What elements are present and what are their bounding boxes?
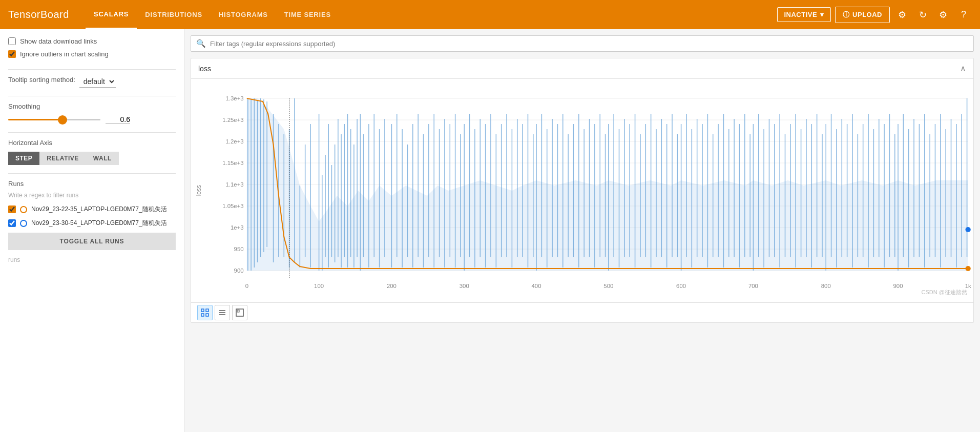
nav-histograms[interactable]: HISTOGRAMS xyxy=(211,0,276,29)
chart-svg: 1.3e+3 1.25e+3 1.2e+3 1.15e+3 1.1e+3 1.0… xyxy=(204,83,973,298)
chart-body: loss xyxy=(191,79,973,302)
run-2-checkbox[interactable] xyxy=(8,219,16,227)
main-layout: Show data download links Ignore outliers… xyxy=(0,29,980,432)
nav-distributions[interactable]: DISTRIBUTIONS xyxy=(137,0,211,29)
run-2-label: Nov29_23-30-54_LAPTOP-LGED0M77_随机失活 xyxy=(31,219,167,228)
run-1-label: Nov29_23-22-35_LAPTOP-LGED0M77_随机失活 xyxy=(31,205,167,214)
svg-text:950: 950 xyxy=(234,246,244,252)
divider-1 xyxy=(8,69,176,70)
show-download-option: Show data download links xyxy=(8,37,176,45)
top-navigation: TensorBoard SCALARS DISTRIBUTIONS HISTOG… xyxy=(0,0,980,29)
svg-text:1.1e+3: 1.1e+3 xyxy=(225,181,243,188)
settings-icon-2[interactable]: ⚙ xyxy=(935,7,951,23)
nav-time-series[interactable]: TIME SERIES xyxy=(276,0,339,29)
collapse-button[interactable]: ∧ xyxy=(960,64,966,73)
smoothing-value-input[interactable] xyxy=(106,115,130,124)
list-view-button[interactable] xyxy=(215,305,230,320)
watermark: CSDN @征途踏然 xyxy=(922,289,967,296)
help-icon[interactable]: ? xyxy=(955,7,972,23)
svg-text:900: 900 xyxy=(893,283,903,289)
svg-text:1.05e+3: 1.05e+3 xyxy=(222,203,243,209)
info-icon: ⓘ xyxy=(843,10,850,19)
svg-text:0: 0 xyxy=(245,283,248,289)
run-item-2: Nov29_23-30-54_LAPTOP-LGED0M77_随机失活 xyxy=(8,219,176,228)
haxis-step-button[interactable]: STEP xyxy=(8,152,39,165)
svg-text:400: 400 xyxy=(532,283,541,289)
svg-text:600: 600 xyxy=(676,283,686,289)
haxis-buttons: STEP RELATIVE WALL xyxy=(8,152,176,165)
svg-text:700: 700 xyxy=(748,283,758,289)
svg-point-177 xyxy=(965,266,970,271)
smoothing-label: Smoothing xyxy=(8,102,176,110)
filter-input[interactable] xyxy=(210,40,968,48)
svg-text:800: 800 xyxy=(821,283,831,289)
settings-icon-1[interactable]: ⚙ xyxy=(894,7,910,23)
fit-screen-button[interactable] xyxy=(197,305,213,320)
refresh-icon[interactable]: ↻ xyxy=(914,7,931,23)
tooltip-select[interactable]: default xyxy=(79,76,116,88)
chart-y-label: loss xyxy=(195,185,202,196)
haxis-wall-button[interactable]: WALL xyxy=(86,152,119,165)
run-1-checkbox[interactable] xyxy=(8,205,16,213)
search-icon: 🔍 xyxy=(196,39,206,48)
svg-text:1.15e+3: 1.15e+3 xyxy=(222,160,243,166)
ignore-outliers-checkbox[interactable] xyxy=(8,50,16,58)
nav-scalars[interactable]: SCALARS xyxy=(86,0,137,29)
run-1-color xyxy=(20,206,27,213)
runs-footer: runs xyxy=(8,256,176,263)
svg-text:100: 100 xyxy=(314,283,324,289)
toggle-all-button[interactable]: TOGGLE ALL RUNS xyxy=(8,233,176,250)
run-item-1: Nov29_23-22-35_LAPTOP-LGED0M77_随机失活 xyxy=(8,205,176,214)
svg-rect-187 xyxy=(237,310,239,312)
runs-filter-placeholder: Write a regex to filter runs xyxy=(8,192,176,199)
smoothing-slider[interactable] xyxy=(8,119,100,120)
chart-container: 1.3e+3 1.25e+3 1.2e+3 1.15e+3 1.1e+3 1.0… xyxy=(204,83,973,298)
tooltip-row: Tooltip sorting method: default xyxy=(8,76,176,88)
app-logo: TensorBoard xyxy=(8,9,69,20)
svg-text:1.2e+3: 1.2e+3 xyxy=(225,138,243,145)
chart-area: 🔍 loss ∧ loss xyxy=(184,29,980,432)
status-dropdown[interactable]: INACTIVE ▾ xyxy=(777,7,830,22)
svg-rect-182 xyxy=(206,314,208,316)
svg-text:1.25e+3: 1.25e+3 xyxy=(222,117,243,123)
svg-text:1e+3: 1e+3 xyxy=(231,224,244,231)
chart-toolbar xyxy=(191,302,973,322)
divider-2 xyxy=(8,96,176,96)
ignore-outliers-option: Ignore outliers in chart scaling xyxy=(8,50,176,58)
svg-point-176 xyxy=(965,227,970,232)
filter-bar: 🔍 xyxy=(191,35,974,52)
chart-card: loss ∧ loss xyxy=(191,58,974,323)
svg-rect-179 xyxy=(201,309,204,312)
upload-button[interactable]: ⓘ UPLOAD xyxy=(835,7,890,23)
svg-text:300: 300 xyxy=(460,283,469,289)
divider-3 xyxy=(8,132,176,133)
divider-4 xyxy=(8,173,176,174)
svg-text:1.3e+3: 1.3e+3 xyxy=(225,95,243,101)
svg-text:500: 500 xyxy=(603,283,613,289)
sidebar: Show data download links Ignore outliers… xyxy=(0,29,184,432)
svg-text:200: 200 xyxy=(387,283,397,289)
run-2-color xyxy=(20,220,27,227)
runs-label: Runs xyxy=(8,180,176,188)
svg-rect-180 xyxy=(206,309,208,312)
haxis-relative-button[interactable]: RELATIVE xyxy=(39,152,86,165)
chart-card-title: loss xyxy=(198,65,211,73)
haxis-label: Horizontal Axis xyxy=(8,139,176,147)
expand-button[interactable] xyxy=(232,305,247,320)
show-download-checkbox[interactable] xyxy=(8,37,16,45)
chart-card-header: loss ∧ xyxy=(191,58,973,79)
svg-text:900: 900 xyxy=(234,268,244,274)
svg-rect-181 xyxy=(201,314,204,316)
